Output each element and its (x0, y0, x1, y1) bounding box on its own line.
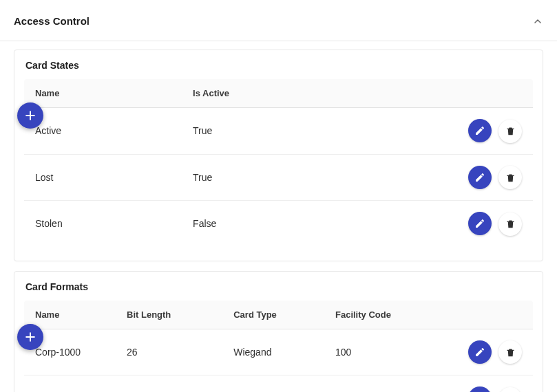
col-name: Name (24, 301, 116, 329)
table-row: Corp-1000 26 Wiegand 100 (24, 329, 533, 375)
card-states-table: Name Is Active Active True (24, 79, 533, 247)
card-formats-title: Card Formats (24, 281, 533, 292)
col-bit-length: Bit Length (116, 301, 222, 329)
cell-bit-length: 26 (116, 329, 222, 375)
pencil-icon (474, 347, 485, 358)
edit-button[interactable] (468, 386, 492, 392)
cell-name: braXos 26 (24, 375, 116, 393)
col-is-active: Is Active (182, 79, 386, 108)
edit-button[interactable] (468, 166, 492, 189)
pencil-icon (474, 218, 485, 229)
cell-is-active: False (182, 201, 386, 247)
table-row: Lost True (24, 154, 533, 201)
cell-facility-code: 76 (324, 375, 441, 393)
pencil-icon (474, 172, 485, 183)
cell-bit-length: 26 (116, 375, 222, 393)
plus-icon (23, 330, 37, 344)
delete-button[interactable] (498, 213, 522, 236)
chevron-up-icon[interactable] (532, 16, 543, 27)
table-row: Active True (24, 108, 533, 155)
card-formats-panel: Card Formats Name Bit Length Card Type F… (14, 271, 543, 393)
cell-is-active: True (182, 108, 386, 155)
edit-button[interactable] (468, 340, 492, 364)
edit-button[interactable] (468, 119, 492, 142)
trash-icon (505, 173, 516, 183)
delete-button[interactable] (498, 120, 522, 143)
card-states-panel: Card States Name Is Active Active (14, 50, 543, 261)
col-actions (441, 301, 533, 329)
delete-button[interactable] (498, 387, 522, 393)
col-actions (386, 79, 533, 108)
card-formats-table: Name Bit Length Card Type Facility Code … (24, 301, 533, 393)
edit-button[interactable] (468, 212, 492, 235)
cell-card-type: Wiegand (222, 375, 324, 393)
cell-name: Lost (24, 154, 182, 201)
col-facility-code: Facility Code (324, 301, 441, 329)
add-card-format-button[interactable] (17, 324, 43, 350)
delete-button[interactable] (498, 166, 522, 189)
trash-icon (505, 219, 516, 229)
card-states-title: Card States (24, 60, 533, 71)
cell-name: Stolen (24, 201, 182, 247)
delete-button[interactable] (498, 340, 522, 364)
add-card-state-button[interactable] (17, 102, 43, 129)
cell-facility-code: 100 (324, 329, 441, 375)
col-card-type: Card Type (222, 301, 324, 329)
table-row: Stolen False (24, 201, 533, 247)
plus-icon (23, 109, 37, 122)
cell-card-type: Wiegand (222, 329, 324, 375)
pencil-icon (474, 125, 485, 136)
trash-icon (505, 126, 516, 136)
table-row: braXos 26 26 Wiegand 76 (24, 375, 533, 393)
col-name: Name (24, 79, 182, 108)
trash-icon (505, 347, 516, 358)
cell-is-active: True (182, 154, 386, 201)
cell-name: Active (24, 108, 182, 155)
section-title: Access Control (14, 15, 90, 27)
section-header[interactable]: Access Control (0, 0, 557, 41)
